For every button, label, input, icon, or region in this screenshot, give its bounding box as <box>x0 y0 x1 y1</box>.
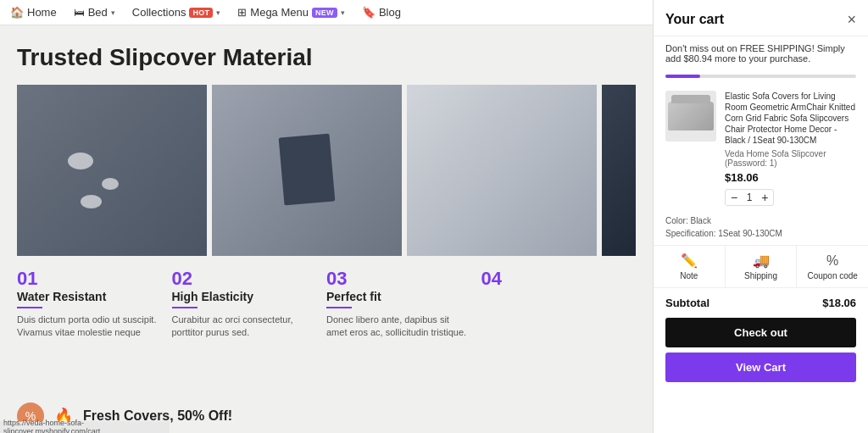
megamenu-chevron: ▾ <box>341 8 345 17</box>
nav-megamenu[interactable]: ⊞ Mega Menu NEW ▾ <box>237 6 345 19</box>
spec-value: 1Seat 90-130CM <box>718 229 782 238</box>
feature-4: 04 <box>481 269 637 340</box>
shipping-progress-bg <box>665 75 856 78</box>
checkout-button[interactable]: Check out <box>665 318 856 347</box>
feature-2-num: 02 <box>172 269 317 288</box>
features-section: 01 Water Resistant Duis dictum porta odi… <box>0 256 653 340</box>
navbar: 🏠 Home 🛏 Bed ▾ Collections HOT ▾ ⊞ Mega … <box>0 0 653 25</box>
feature-1-num: 01 <box>17 269 162 288</box>
feature-2-title: High Elasticity <box>172 290 317 303</box>
image-grid <box>0 85 653 256</box>
product-image-2 <box>212 85 402 256</box>
shipping-notice-text: Don't miss out on FREE SHIPPING! Simply … <box>665 43 845 64</box>
nav-bed-label: Bed <box>88 6 108 19</box>
shipping-icon: 🚚 <box>753 253 770 269</box>
qty-decrease-button[interactable]: − <box>731 192 737 203</box>
shipping-label: Shipping <box>744 271 777 280</box>
cart-item-price: $18.06 <box>725 171 856 184</box>
feature-3-desc: Donec libero ante, dapibus sit amet eros… <box>326 314 471 340</box>
cart-subtotal: Subtotal $18.06 <box>654 288 868 318</box>
nav-collections-label: Collections <box>132 6 186 19</box>
cart-item-vendor: Veda Home Sofa Slipcover (Password: 1) <box>725 149 856 168</box>
bed-icon: 🛏 <box>74 6 85 19</box>
home-icon: 🏠 <box>10 6 24 19</box>
cart-coupon-button[interactable]: % Coupon code <box>797 246 868 287</box>
megamenu-badge: NEW <box>312 8 337 18</box>
cart-item-details: Elastic Sofa Covers for Living Room Geom… <box>725 91 856 206</box>
note-label: Note <box>680 271 698 280</box>
url-bar: https://veda-home-sofa-slipcover.myshopi… <box>0 421 170 433</box>
grid-icon: ⊞ <box>237 6 247 19</box>
url-text: https://veda-home-sofa-slipcover.myshopi… <box>3 419 166 433</box>
cart-shipping-notice: Don't miss out on FREE SHIPPING! Simply … <box>654 36 868 70</box>
main-content: Trusted Slipcover Material 01 Water Resi… <box>0 25 653 433</box>
cart-item: Elastic Sofa Covers for Living Room Geom… <box>654 82 868 214</box>
feature-2-divider <box>172 307 198 308</box>
feature-3-title: Perfect fit <box>326 290 471 303</box>
nav-collections[interactable]: Collections HOT ▾ <box>132 6 221 19</box>
cart-panel: Your cart × Don't miss out on FREE SHIPP… <box>653 0 868 433</box>
blog-icon: 🔖 <box>362 6 376 19</box>
qty-control: − 1 + <box>725 189 774 206</box>
product-image-1 <box>17 85 207 256</box>
cart-item-meta: Color: Black Specification: 1Seat 90-130… <box>654 214 868 245</box>
feature-2-desc: Curabitur ac orci consectetur, porttitor… <box>172 314 317 340</box>
water-drop-1 <box>68 153 93 169</box>
note-icon: ✏️ <box>681 253 698 269</box>
nav-blog-label: Blog <box>379 6 401 19</box>
collections-chevron: ▾ <box>216 8 220 17</box>
coupon-icon: % <box>826 253 838 269</box>
shipping-progress-fill <box>665 75 700 78</box>
cart-item-name: Elastic Sofa Covers for Living Room Geom… <box>725 91 856 146</box>
product-image-4 <box>602 85 636 256</box>
view-cart-button[interactable]: View Cart <box>665 353 856 382</box>
qty-value: 1 <box>744 192 754 203</box>
feature-3: 03 Perfect fit Donec libero ante, dapibu… <box>326 269 481 340</box>
subtotal-value: $18.06 <box>822 297 856 309</box>
cart-shipping-button[interactable]: 🚚 Shipping <box>726 246 798 287</box>
sofa-thumbnail <box>668 102 714 130</box>
coupon-label: Coupon code <box>807 271 858 280</box>
section-title: Trusted Slipcover Material <box>0 25 653 85</box>
feature-1: 01 Water Resistant Duis dictum porta odi… <box>17 269 172 340</box>
nav-bed[interactable]: 🛏 Bed ▾ <box>74 6 115 19</box>
color-value: Black <box>690 216 710 225</box>
feature-1-divider <box>17 307 42 308</box>
nav-home-label: Home <box>27 6 57 19</box>
cart-close-button[interactable]: × <box>847 12 856 27</box>
feature-3-num: 03 <box>326 269 471 288</box>
qty-increase-button[interactable]: + <box>761 192 768 203</box>
product-image-3 <box>407 85 597 256</box>
cart-note-button[interactable]: ✏️ Note <box>654 246 726 287</box>
nav-megamenu-label: Mega Menu <box>250 6 309 19</box>
collections-badge: HOT <box>189 8 213 18</box>
nav-home[interactable]: 🏠 Home <box>10 6 57 19</box>
cart-color-meta: Color: Black <box>665 214 856 227</box>
cart-title: Your cart <box>665 12 724 27</box>
feature-4-num: 04 <box>481 269 626 288</box>
cart-item-image <box>665 91 716 142</box>
cart-actions: ✏️ Note 🚚 Shipping % Coupon code <box>654 245 868 288</box>
water-drop-2 <box>102 178 119 190</box>
nav-blog[interactable]: 🔖 Blog <box>362 6 401 19</box>
feature-1-title: Water Resistant <box>17 290 162 303</box>
feature-3-divider <box>326 307 352 308</box>
cart-spec-meta: Specification: 1Seat 90-130CM <box>665 227 856 240</box>
subtotal-label: Subtotal <box>665 297 709 309</box>
water-drop-3 <box>81 195 102 208</box>
color-label: Color: <box>665 216 688 225</box>
cart-header: Your cart × <box>654 0 868 36</box>
bed-chevron: ▾ <box>111 8 115 17</box>
spec-label: Specification: <box>665 229 715 238</box>
feature-2: 02 High Elasticity Curabitur ac orci con… <box>172 269 327 340</box>
feature-1-desc: Duis dictum porta odio ut suscipit. Viva… <box>17 314 162 340</box>
